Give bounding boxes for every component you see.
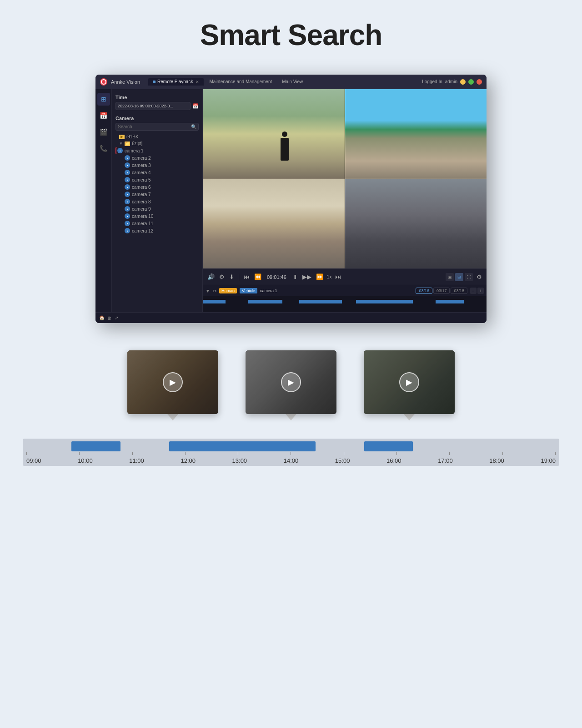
main-timeline-ruler[interactable]: 09:00 10:00 11:00 12:00 13:00 14:00 15:0… xyxy=(23,439,559,466)
camera-icon-2 xyxy=(125,155,130,161)
device2-label: 6zlpfj xyxy=(132,141,142,146)
filter-icon[interactable]: ▼ xyxy=(206,288,210,293)
tree-camera-7[interactable]: camera 7 xyxy=(115,191,199,198)
tree-camera-4[interactable]: camera 4 xyxy=(115,169,199,176)
step-forward-icon[interactable]: ▶▶ xyxy=(301,273,312,281)
date-tab-0318[interactable]: 03/18 xyxy=(451,288,467,294)
video-scene-2 xyxy=(345,89,487,179)
thumb-frame-3[interactable]: ▶ xyxy=(364,350,455,414)
tl-label-1000: 10:00 xyxy=(78,457,93,464)
video-grid xyxy=(203,89,487,268)
sidebar-icon-video[interactable]: 🎬 xyxy=(97,126,110,138)
download-icon[interactable]: ⬇ xyxy=(228,273,235,281)
app-bottom-bar: 🏠 🗑 ↗ xyxy=(95,312,487,323)
camera-section-title: Camera xyxy=(115,116,199,121)
camera-icon-4 xyxy=(125,170,130,175)
video-cell-2[interactable] xyxy=(345,89,487,179)
more-settings-icon[interactable]: ⚙ xyxy=(476,273,483,281)
camera-icon-6 xyxy=(125,184,130,190)
thumb-frame-1[interactable]: ▶ xyxy=(127,350,218,414)
app-logo xyxy=(100,78,107,86)
skip-forward-icon[interactable]: ⏭ xyxy=(334,273,342,281)
tab-close-icon[interactable]: ✕ xyxy=(196,80,199,84)
tree-camera-2[interactable]: camera 2 xyxy=(115,154,199,162)
segment-4 xyxy=(356,300,413,303)
video-scene-1 xyxy=(203,89,345,179)
skip-back-icon[interactable]: ⏮ xyxy=(243,273,251,281)
sidebar-icon-grid[interactable]: ⊞ xyxy=(97,93,110,106)
tab-main-view[interactable]: Main View xyxy=(277,78,307,86)
layout-buttons: ▣ ⊞ ⛶ xyxy=(446,273,473,281)
camera-search-input[interactable] xyxy=(118,124,191,129)
tab-remote-playback[interactable]: Remote Playback ✕ xyxy=(148,78,204,86)
tree-device2[interactable]: ▼ 📁 6zlpfj xyxy=(115,140,199,147)
camera-7-label: camera 7 xyxy=(132,192,151,197)
gap-2 xyxy=(282,300,299,303)
tick-8 xyxy=(449,452,450,455)
tree-device1[interactable]: ▶ i91BK xyxy=(115,133,199,140)
timeline-bar: ▼ ✂ Human Vehicle camera 1 03/16 03/17 0… xyxy=(203,285,487,312)
human-tag[interactable]: Human xyxy=(219,288,237,293)
video-cell-4[interactable] xyxy=(345,179,487,269)
segment-3 xyxy=(299,300,342,303)
camera-11-label: camera 11 xyxy=(132,221,153,226)
tick-marks-row xyxy=(23,452,559,456)
tl-label-1800: 18:00 xyxy=(489,457,504,464)
segment-2 xyxy=(248,300,282,303)
thumb-frame-2[interactable]: ▶ xyxy=(246,350,336,414)
main-area: 🔊 ⚙ ⬇ ⏮ ⏪ 09:01:46 ⏸ ▶▶ ⏩ 1x ⏭ ▣ ⊞ ⛶ ⚙ xyxy=(203,89,487,312)
tree-camera-11[interactable]: camera 11 xyxy=(115,220,199,227)
settings-icon[interactable]: ⚙ xyxy=(218,273,226,281)
tab-bar: Remote Playback ✕ Maintenance and Manage… xyxy=(148,78,418,86)
play-pause-icon[interactable]: ⏸ xyxy=(291,273,299,281)
zoom-out-button[interactable]: − xyxy=(470,288,477,294)
date-input[interactable]: 2022-03-16 09:00:00-2022-0... xyxy=(115,102,191,110)
tree-camera-1[interactable]: camera 1 xyxy=(115,147,199,154)
layout-fullscreen-button[interactable]: ⛶ xyxy=(465,273,473,281)
tree-expand-icon: ▼ xyxy=(119,142,123,146)
tree-camera-12[interactable]: camera 12 xyxy=(115,227,199,234)
tree-camera-8[interactable]: camera 8 xyxy=(115,198,199,205)
tick-0 xyxy=(26,452,27,455)
tree-camera-6[interactable]: camera 6 xyxy=(115,183,199,191)
tree-camera-3[interactable]: camera 3 xyxy=(115,162,199,169)
tl-label-1400: 14:00 xyxy=(284,457,299,464)
window-maximize-button[interactable] xyxy=(468,79,474,85)
timeline-ruler[interactable] xyxy=(203,296,487,312)
icon-sidebar: ⊞ 📅 🎬 📞 xyxy=(95,89,112,312)
camera-icon-11 xyxy=(125,221,130,226)
tree-camera-5[interactable]: camera 5 xyxy=(115,176,199,183)
status-icon-1: 🏠 xyxy=(99,315,105,320)
video-cell-3[interactable] xyxy=(203,179,345,269)
tree-camera-9[interactable]: camera 9 xyxy=(115,205,199,212)
date-tab-0317[interactable]: 03/17 xyxy=(433,288,450,294)
tree-camera-10[interactable]: camera 10 xyxy=(115,212,199,220)
volume-icon[interactable]: 🔊 xyxy=(206,273,216,281)
main-segments-container xyxy=(23,441,559,451)
vehicle-tag[interactable]: Vehicle xyxy=(240,288,257,293)
scissors-icon[interactable]: ✂ xyxy=(213,288,216,293)
step-back-icon[interactable]: ⏪ xyxy=(253,273,262,281)
video-cell-1[interactable] xyxy=(203,89,345,179)
camera-tag-label: camera 1 xyxy=(260,288,277,293)
tab-dot xyxy=(153,81,156,83)
tick-4 xyxy=(238,452,238,455)
camera-icon-12 xyxy=(125,228,130,233)
page-title: Smart Search xyxy=(200,18,382,52)
sidebar-icon-calendar[interactable]: 📅 xyxy=(97,109,110,122)
camera-8-label: camera 8 xyxy=(132,199,151,204)
camera-icon-9 xyxy=(125,206,130,212)
tab-maintenance[interactable]: Maintenance and Management xyxy=(205,78,276,86)
calendar-icon[interactable]: 📅 xyxy=(192,103,199,109)
layout-1x1-button[interactable]: ▣ xyxy=(446,273,454,281)
fast-forward-icon[interactable]: ⏩ xyxy=(315,273,324,281)
window-minimize-button[interactable] xyxy=(460,79,466,85)
zoom-in-button[interactable]: + xyxy=(477,288,484,294)
window-close-button[interactable] xyxy=(477,79,482,85)
thumb-overlay-1: ▶ xyxy=(127,350,218,414)
main-segment-3 xyxy=(364,441,413,451)
layout-2x2-button[interactable]: ⊞ xyxy=(455,273,463,281)
date-tab-0316[interactable]: 03/16 xyxy=(416,288,432,294)
sidebar-icon-phone[interactable]: 📞 xyxy=(97,142,110,155)
camera-icon-3 xyxy=(125,162,130,168)
